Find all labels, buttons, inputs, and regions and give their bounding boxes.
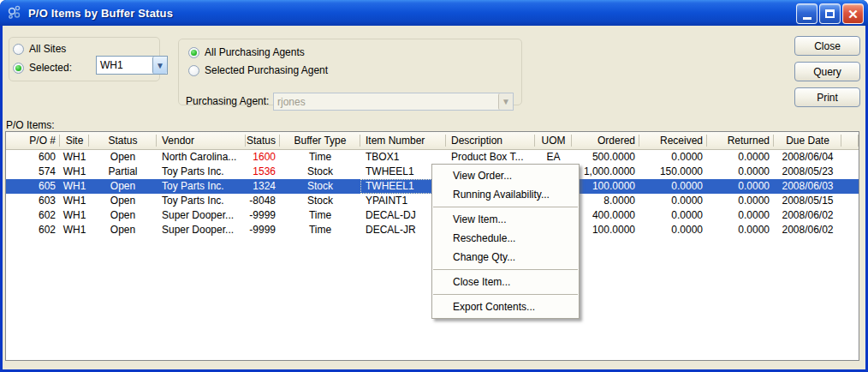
menu-item-change-qty[interactable]: Change Qty... (432, 248, 579, 267)
table-cell: 400.0000 (572, 208, 639, 223)
table-cell: Open (89, 194, 157, 208)
column-header-status[interactable]: Status (246, 132, 280, 149)
selected-agent-label: Selected Purchasing Agent (205, 64, 328, 76)
query-button[interactable]: Query (794, 62, 860, 81)
column-header-description[interactable]: Description (446, 132, 535, 149)
app-molecule-icon (6, 4, 23, 21)
window-title: P/O Items by Buffer Status (28, 7, 173, 20)
table-cell: 1536 (246, 165, 280, 179)
purchasing-agent-value: rjones (274, 96, 498, 108)
table-cell: WH1 (60, 150, 89, 165)
maximize-icon (825, 9, 835, 18)
column-header-vendor[interactable]: Vendor (157, 132, 246, 149)
table-cell: Toy Parts Inc. (157, 194, 246, 208)
menu-item-view-order[interactable]: View Order... (432, 166, 579, 185)
table-cell: 0.0000 (707, 150, 774, 165)
table-row[interactable]: 600WH1OpenNorth Carolina...1600TimeTBOX1… (6, 150, 859, 165)
table-cell: 2008/05/15 (774, 194, 841, 208)
table-cell: Open (89, 223, 157, 237)
menu-separator (433, 294, 578, 295)
context-menu: View Order...Running Availability...View… (431, 164, 580, 319)
column-header-returned[interactable]: Returned (707, 132, 774, 149)
table-cell: 2008/06/03 (774, 179, 841, 194)
column-header-item-number[interactable]: Item Number (360, 132, 446, 149)
table-cell: -9999 (246, 208, 280, 223)
column-header-buffer-type[interactable]: Buffer Type (280, 132, 360, 149)
menu-item-running-availability[interactable]: Running Availability... (432, 185, 579, 204)
titlebar[interactable]: P/O Items by Buffer Status ✕ (0, 0, 868, 26)
table-cell: 0.0000 (639, 194, 707, 208)
table-cell: 2008/05/23 (774, 165, 841, 179)
table-cell: 2008/06/02 (774, 208, 841, 223)
table-cell: Open (89, 150, 157, 165)
table-cell: 0.0000 (707, 165, 774, 179)
close-button[interactable]: Close (794, 36, 860, 56)
table-cell: 1,000.0000 (572, 165, 639, 179)
site-filter-group: All Sites Selected: WH1 ▼ (9, 37, 160, 81)
table-cell: 1600 (246, 150, 280, 165)
selected-site-radio[interactable] (13, 63, 24, 74)
all-agents-radio[interactable] (188, 47, 199, 58)
all-sites-label: All Sites (29, 43, 66, 55)
menu-item-reschedule[interactable]: Reschedule... (432, 229, 579, 248)
close-icon: ✕ (847, 8, 859, 21)
table-cell: Partial (89, 165, 157, 179)
table-cell: 2008/06/02 (774, 223, 841, 237)
close-window-button[interactable]: ✕ (842, 3, 864, 24)
column-header-uom[interactable]: UOM (535, 132, 572, 149)
table-cell: WH1 (60, 208, 89, 223)
table-cell: EA (535, 150, 572, 165)
table-cell-filler (841, 208, 859, 223)
table-cell: 0.0000 (707, 223, 774, 237)
table-cell: TBOX1 (360, 150, 446, 165)
table-cell: -8048 (246, 194, 280, 208)
column-header-received[interactable]: Received (639, 132, 707, 149)
column-header-filler (841, 132, 859, 149)
selected-agent-radio[interactable] (188, 65, 199, 76)
column-header-due-date[interactable]: Due Date (774, 132, 841, 149)
table-cell: 603 (6, 194, 60, 208)
table-cell: Product Box T... (446, 150, 535, 165)
menu-item-view-item[interactable]: View Item... (432, 210, 579, 229)
menu-item-close-item[interactable]: Close Item... (432, 273, 579, 291)
table-cell-filler (841, 150, 859, 165)
column-header-status[interactable]: Status (89, 132, 157, 149)
column-header-ordered[interactable]: Ordered (572, 132, 639, 149)
table-cell-filler (841, 194, 859, 208)
all-sites-radio[interactable] (13, 44, 24, 55)
all-agents-label: All Purchasing Agents (205, 46, 305, 58)
minimize-icon (803, 17, 812, 20)
table-cell-filler (841, 165, 859, 179)
table-cell: 0.0000 (707, 179, 774, 194)
table-cell: Super Dooper... (157, 208, 246, 223)
table-cell: North Carolina... (157, 150, 246, 165)
column-header-site[interactable]: Site (60, 132, 89, 149)
purchasing-agent-combo: rjones ▼ (273, 93, 514, 111)
table-cell: 0.0000 (639, 208, 707, 223)
table-cell: 2008/06/04 (774, 150, 841, 165)
table-cell: 574 (6, 165, 60, 179)
table-cell: 0.0000 (639, 150, 707, 165)
table-cell: 100.0000 (572, 223, 639, 237)
agent-filter-group: All Purchasing Agents Selected Purchasin… (178, 39, 522, 105)
table-cell: Open (89, 179, 157, 194)
table-cell: 605 (6, 179, 60, 194)
menu-item-export-contents[interactable]: Export Contents... (432, 297, 579, 316)
print-button[interactable]: Print (794, 87, 860, 107)
table-cell: 8.0000 (572, 194, 639, 208)
table-cell: 100.0000 (572, 179, 639, 194)
maximize-button[interactable] (819, 3, 841, 24)
table-cell: 602 (6, 208, 60, 223)
table-cell: Stock (280, 194, 360, 208)
table-cell: Super Dooper... (157, 223, 246, 237)
chevron-down-icon[interactable]: ▼ (152, 57, 167, 74)
column-header-p-o-[interactable]: P/O # (6, 132, 60, 149)
table-cell: WH1 (60, 165, 89, 179)
table-cell-filler (841, 179, 859, 194)
table-cell: WH1 (60, 194, 89, 208)
site-combo[interactable]: WH1 ▼ (96, 56, 168, 75)
dialog-content: All Sites Selected: WH1 ▼ All Purchasing… (3, 26, 865, 369)
table-cell: Toy Parts Inc. (157, 179, 246, 194)
site-combo-value: WH1 (97, 59, 152, 71)
minimize-button[interactable] (796, 3, 817, 24)
